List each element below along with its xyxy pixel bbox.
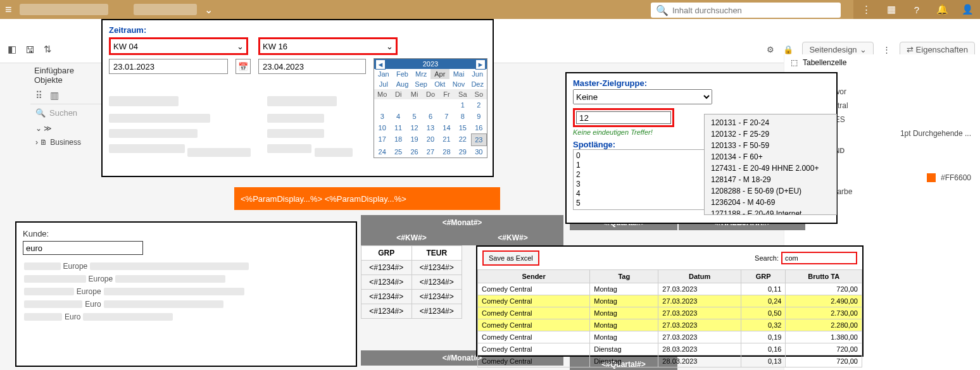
cal-month[interactable]: Nov [449,79,468,89]
cal-month[interactable]: Mrz [411,69,430,79]
lock-icon[interactable]: 🔒 [783,45,793,54]
zg-suggestion[interactable]: 120132 - F 25-29 [705,128,836,140]
zg-suggestions[interactable]: 120131 - F 20-24120132 - F 25-29120133 -… [704,114,837,215]
more-icon[interactable]: ⋮ [883,45,891,54]
kunde-option[interactable]: Europe [23,260,349,273]
cal-day[interactable]: 1 [455,99,470,111]
cal-day[interactable]: 25 [390,146,406,157]
col-header[interactable]: Datum [658,270,741,283]
col-header[interactable]: Tag [590,270,658,283]
color-swatch[interactable] [927,173,936,182]
kunde-option[interactable]: Euro [23,298,349,311]
spot-value[interactable]: 3 [576,180,709,189]
kw-to-select[interactable]: KW 16⌄ [258,37,398,55]
cal-day[interactable]: 28 [439,146,455,157]
grid-icon[interactable]: ▦ [879,0,904,19]
tab-tree-icon[interactable]: ⠿ [35,90,42,101]
zg-suggestion[interactable]: 1271188 - E 20-49 Internet Zuhause [705,208,836,215]
cal-day[interactable]: 19 [406,133,422,146]
cal-month[interactable]: Apr [430,69,449,79]
cal-day[interactable]: 12 [406,122,422,133]
cal-month[interactable]: Dez [468,79,487,89]
global-search-input[interactable] [669,6,836,15]
help-icon[interactable]: ? [904,0,929,19]
kunde-option[interactable]: Europe [23,285,349,298]
cal-day[interactable]: 26 [406,146,422,157]
cal-day[interactable]: 15 [455,122,470,133]
cal-day[interactable]: 24 [374,146,390,157]
spot-value[interactable]: 6 [576,208,709,210]
table-row[interactable]: Comedy CentralMontag27.03.20230,502.730,… [478,307,862,319]
adjust-icon[interactable]: ⚙ [767,45,774,54]
tree-business[interactable]: › 🗎 Business [30,135,103,149]
cal-day[interactable]: 21 [439,133,455,146]
line-style[interactable]: 1pt Durchgehende ... [900,129,971,138]
cal-day[interactable]: 7 [439,111,455,122]
col-header[interactable]: Brutto TA [786,270,862,283]
cal-next[interactable]: ► [475,59,486,70]
cal-day[interactable]: 17 [374,133,390,146]
zg-suggestion[interactable]: 127431 - E 20-49 HHNE 2.000+ [705,163,836,174]
col-header[interactable]: Sender [478,270,590,283]
cal-month[interactable]: Aug [393,79,412,89]
sidebar-toggle-icon[interactable]: ◧ [8,44,16,55]
cal-day[interactable]: 30 [471,146,487,157]
cal-day[interactable]: 20 [422,133,438,146]
zg-suggestion[interactable]: 120131 - F 20-24 [705,117,836,128]
save-excel-button[interactable]: Save as Excel [482,250,539,266]
cal-month[interactable]: Mai [449,69,468,79]
date-from-input[interactable]: 23.01.2023 [109,59,228,74]
cal-day[interactable]: 10 [374,122,390,133]
global-search[interactable]: 🔍 [651,3,841,18]
cal-day[interactable]: 6 [422,111,438,122]
cal-day[interactable]: 4 [390,111,406,122]
kunde-option[interactable]: Europe [23,273,349,285]
cal-month[interactable]: Okt [430,79,449,89]
date-to-input[interactable]: 23.04.2023 [258,59,366,74]
spot-value[interactable]: 5 [576,199,709,208]
cal-day[interactable]: 14 [439,122,455,133]
zg-suggestion[interactable]: 128147 - M 18-29 [705,174,836,185]
cal-day[interactable]: 5 [406,111,422,122]
user-icon[interactable]: 👤 [955,0,980,19]
save-icon[interactable]: 🖫 [25,44,35,55]
table-row[interactable]: Comedy CentralMontag27.03.20230,242.490,… [478,295,862,307]
table-row[interactable]: Comedy CentralDienstag28.03.20230,16720,… [478,343,862,355]
cal-day[interactable]: 11 [390,122,406,133]
spot-value[interactable]: 0 [576,151,709,161]
kunde-list[interactable]: EuropeEuropeEuropeEuroEuro [23,260,349,323]
cal-month[interactable]: Jun [468,69,487,79]
cal-month[interactable]: Jul [374,79,393,89]
kw-from-select[interactable]: KW 04⌄ [109,37,248,55]
table-search-input[interactable] [781,252,857,264]
zg-suggestion[interactable]: 120133 - F 50-59 [705,140,836,151]
cal-day[interactable]: 13 [422,122,438,133]
spot-value[interactable]: 1 [576,161,709,170]
tab-column-icon[interactable]: ▥ [50,90,59,101]
cal-day[interactable]: 2 [471,99,487,111]
kunde-option[interactable]: Euro [23,311,349,323]
cal-day[interactable]: 29 [455,146,470,157]
left-search[interactable]: 🔍 Suchen [30,104,103,121]
calendar-icon[interactable]: 📅 [236,59,251,74]
cal-year[interactable]: 2023 [423,60,438,68]
spot-value[interactable]: 4 [576,189,709,199]
cal-day[interactable]: 9 [471,111,487,122]
cal-month[interactable]: Jan [374,69,393,79]
share-icon[interactable]: ⇅ [44,44,52,55]
cal-day[interactable]: 23 [471,133,487,146]
spot-value[interactable]: 2 [576,170,709,180]
col-header[interactable]: GRP [741,270,786,283]
cal-day[interactable]: 3 [374,111,390,122]
zg-suggestion[interactable]: 1208288 - E 50-69 (D+EU) [705,185,836,197]
kunde-input[interactable] [23,241,143,255]
cal-day[interactable]: 27 [422,146,438,157]
cal-prev[interactable]: ◄ [375,59,386,70]
chevron-down-icon[interactable]: ⌄ [204,4,213,16]
zg-suggestion[interactable]: 1236204 - M 40-69 [705,197,836,208]
zg-select[interactable]: Keine [573,89,712,104]
cal-month[interactable]: Feb [393,69,412,79]
table-row[interactable]: Comedy CentralMontag27.03.20230,191.380,… [478,331,862,343]
menu-icon[interactable]: ≡ [5,3,12,16]
cal-month[interactable]: Sep [411,79,430,89]
